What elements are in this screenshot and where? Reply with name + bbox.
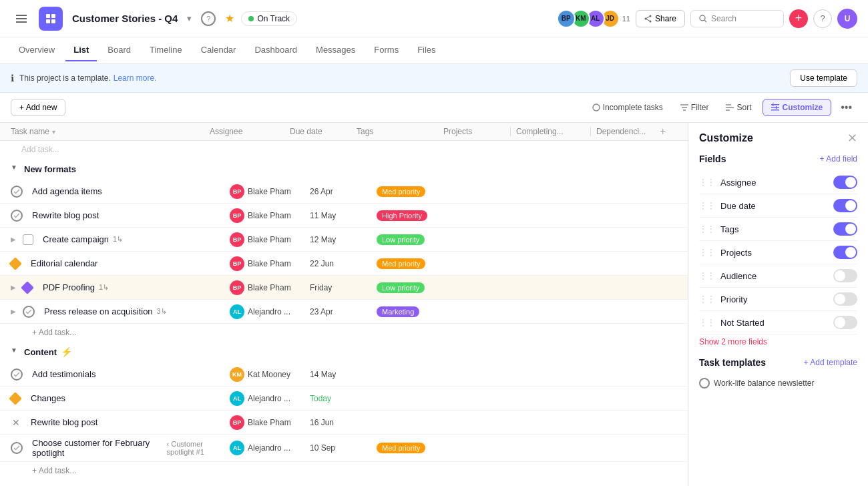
task-row[interactable]: ✕ Rewrite blog post BP Blake Pham 16 Jun bbox=[0, 411, 688, 435]
expand-icon[interactable]: ▶ bbox=[11, 236, 16, 243]
section-lightning-icon: ⚡ bbox=[61, 346, 72, 357]
section-chevron: ▼ bbox=[11, 164, 21, 174]
svg-point-14 bbox=[593, 104, 600, 111]
tab-overview[interactable]: Overview bbox=[11, 39, 63, 61]
panel-header: Customize ✕ bbox=[699, 131, 857, 146]
add-task-new-formats[interactable]: + Add task... bbox=[0, 324, 688, 341]
drag-handle[interactable]: ⋮⋮ bbox=[699, 271, 715, 280]
help-icon[interactable]: ? bbox=[201, 11, 216, 26]
drag-handle[interactable]: ⋮⋮ bbox=[699, 294, 715, 304]
assignee-name: Blake Pham bbox=[248, 418, 291, 427]
show-more-fields[interactable]: Show 2 more fields bbox=[699, 337, 857, 346]
tab-dashboard[interactable]: Dashboard bbox=[246, 39, 305, 61]
expand-icon[interactable]: ▶ bbox=[11, 284, 16, 291]
assignee-avatar: AL bbox=[230, 441, 244, 455]
task-check[interactable] bbox=[23, 306, 35, 318]
task-row[interactable]: Changes AL Alejandro ... Today bbox=[0, 387, 688, 411]
projects-toggle[interactable] bbox=[833, 246, 857, 259]
drag-handle[interactable]: ⋮⋮ bbox=[699, 201, 715, 210]
more-options-button[interactable]: ••• bbox=[835, 98, 857, 117]
add-new-button[interactable]: + Add new bbox=[11, 99, 65, 116]
task-row[interactable]: Add testimonials KM Kat Mooney 14 May bbox=[0, 362, 688, 387]
add-task-top[interactable]: Add task... bbox=[0, 141, 688, 158]
svg-rect-2 bbox=[16, 21, 27, 23]
audience-toggle[interactable] bbox=[833, 269, 857, 282]
tab-messages[interactable]: Messages bbox=[308, 39, 363, 61]
section-new-formats[interactable]: ▼ New formats bbox=[0, 158, 688, 180]
task-row[interactable]: ▶ Press release on acquisition 3↳ AL Ale… bbox=[0, 300, 688, 324]
template-row[interactable]: Work-life balance newsletter bbox=[699, 375, 857, 392]
assignee-name: Alejandro ... bbox=[248, 394, 290, 403]
tab-files[interactable]: Files bbox=[409, 39, 443, 61]
task-templates-header: Task templates + Add template bbox=[699, 357, 857, 368]
filter-button[interactable]: Filter bbox=[674, 99, 716, 115]
task-name: Choose customer for February spotlight bbox=[32, 438, 159, 458]
task-row[interactable]: ▶ Create campaign 1↳ BP Blake Pham 12 Ma… bbox=[0, 228, 688, 252]
drag-handle[interactable]: ⋮⋮ bbox=[699, 224, 715, 234]
fields-section: Fields + Add field ⋮⋮ Assignee ⋮⋮ Due da… bbox=[699, 154, 857, 346]
not-started-toggle[interactable] bbox=[833, 316, 857, 329]
task-row[interactable]: Rewrite blog post BP Blake Pham 11 May H… bbox=[0, 204, 688, 228]
tags-toggle[interactable] bbox=[833, 222, 857, 236]
drag-handle[interactable]: ⋮⋮ bbox=[699, 178, 715, 187]
sort-button[interactable]: Sort bbox=[719, 99, 758, 115]
sidebar-toggle[interactable] bbox=[11, 8, 32, 29]
status-dot bbox=[248, 16, 254, 21]
add-task-content[interactable]: + Add task... bbox=[0, 462, 688, 479]
task-check[interactable] bbox=[11, 186, 23, 198]
project-dropdown-icon[interactable]: ▾ bbox=[187, 13, 192, 23]
team-avatars[interactable]: BP KM AL JD 11 bbox=[561, 9, 630, 28]
favorite-icon[interactable]: ★ bbox=[225, 12, 234, 25]
section-content[interactable]: ▼ Content ⚡ bbox=[0, 341, 688, 362]
task-row[interactable]: ▶ PDF Proofing 1↳ BP Blake Pham Friday L… bbox=[0, 276, 688, 300]
avatar-1: BP bbox=[557, 9, 576, 28]
priority-toggle[interactable] bbox=[833, 292, 857, 306]
user-avatar[interactable]: U bbox=[837, 9, 857, 29]
task-name: Editorial calendar bbox=[31, 258, 97, 268]
task-check[interactable] bbox=[11, 369, 23, 381]
field-name: Not Started bbox=[720, 318, 833, 328]
tab-forms[interactable]: Forms bbox=[366, 39, 407, 61]
use-template-button[interactable]: Use template bbox=[790, 69, 857, 87]
status-badge[interactable]: On Track bbox=[241, 11, 297, 26]
field-name: Due date bbox=[720, 201, 833, 211]
toolbar-right: Incomplete tasks Filter Sort Customize •… bbox=[586, 98, 857, 117]
add-template-button[interactable]: + Add template bbox=[804, 358, 857, 367]
drag-handle[interactable]: ⋮⋮ bbox=[699, 248, 715, 257]
sub-project-link[interactable]: ‹ Customer spotlight #1 bbox=[167, 440, 230, 456]
share-button[interactable]: Share bbox=[636, 10, 685, 27]
svg-rect-4 bbox=[51, 14, 55, 18]
incomplete-tasks-button[interactable]: Incomplete tasks bbox=[586, 99, 670, 115]
search-box[interactable]: Search bbox=[690, 10, 784, 27]
tab-list[interactable]: List bbox=[65, 39, 97, 61]
panel-close-button[interactable]: ✕ bbox=[847, 131, 857, 146]
svg-rect-24 bbox=[773, 103, 774, 106]
task-row[interactable]: Add agenda items BP Blake Pham 26 Apr Me… bbox=[0, 180, 688, 204]
assignee-toggle[interactable] bbox=[833, 176, 857, 189]
app-icon bbox=[39, 7, 63, 31]
add-field-button[interactable]: + Add field bbox=[820, 154, 857, 164]
field-name: Assignee bbox=[720, 178, 833, 188]
col-add-button[interactable]: + bbox=[657, 126, 677, 138]
help-circle[interactable]: ? bbox=[813, 9, 832, 28]
assignee-cell: BP Blake Pham bbox=[230, 415, 310, 430]
assignee-name: Alejandro ... bbox=[248, 307, 290, 316]
task-check[interactable] bbox=[11, 442, 23, 454]
task-row[interactable]: Editorial calendar BP Blake Pham 22 Jun … bbox=[0, 252, 688, 276]
drag-handle[interactable]: ⋮⋮ bbox=[699, 318, 715, 327]
assignee-cell: BP Blake Pham bbox=[230, 232, 310, 247]
task-check[interactable] bbox=[11, 210, 23, 222]
assignee-cell: AL Alejandro ... bbox=[230, 304, 310, 319]
task-row[interactable]: Choose customer for February spotlight ‹… bbox=[0, 435, 688, 462]
tab-board[interactable]: Board bbox=[99, 39, 139, 61]
add-button[interactable]: + bbox=[789, 9, 808, 28]
task-name-cell: Changes bbox=[11, 393, 230, 403]
tab-calendar[interactable]: Calendar bbox=[193, 39, 244, 61]
learn-more-link[interactable]: Learn more. bbox=[114, 73, 157, 83]
task-check-square[interactable] bbox=[23, 234, 33, 245]
duedate-toggle[interactable] bbox=[833, 199, 857, 212]
col-deps: Dependenci... bbox=[590, 127, 657, 136]
customize-button[interactable]: Customize bbox=[763, 99, 832, 116]
expand-icon[interactable]: ▶ bbox=[11, 308, 16, 315]
tab-timeline[interactable]: Timeline bbox=[142, 39, 190, 61]
